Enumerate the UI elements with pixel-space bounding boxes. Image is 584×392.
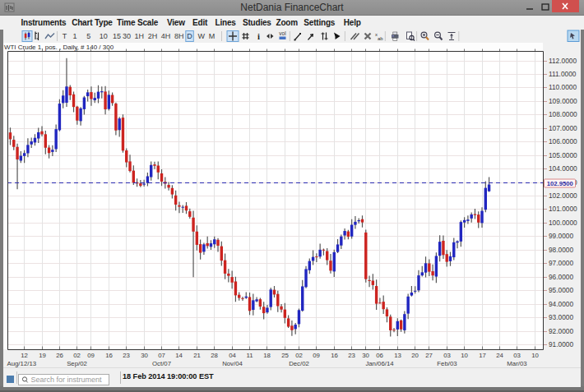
- svg-text:94.0000: 94.0000: [549, 300, 573, 308]
- svg-text:5: 5: [86, 32, 90, 40]
- svg-text:112.0000: 112.0000: [549, 57, 577, 65]
- svg-text:102.0000: 102.0000: [549, 191, 577, 200]
- svg-text:D: D: [187, 32, 192, 40]
- svg-text:30: 30: [362, 352, 369, 359]
- svg-text:03: 03: [443, 352, 451, 359]
- svg-text:09: 09: [87, 352, 95, 359]
- svg-text:97.0000: 97.0000: [549, 259, 573, 267]
- svg-text:23: 23: [123, 352, 130, 359]
- svg-text:2H: 2H: [148, 32, 158, 40]
- svg-text:91.0000: 91.0000: [549, 340, 573, 348]
- svg-text:19: 19: [39, 352, 46, 359]
- svg-text:02: 02: [73, 352, 81, 359]
- svg-text:105.0000: 105.0000: [549, 151, 577, 159]
- svg-text:100.0000: 100.0000: [549, 219, 577, 227]
- svg-text:07: 07: [158, 352, 165, 359]
- svg-text:ab: ab: [378, 36, 383, 41]
- svg-text:111.0000: 111.0000: [549, 70, 577, 78]
- svg-text:M: M: [209, 32, 216, 40]
- svg-text:102.9500: 102.9500: [547, 180, 573, 187]
- svg-text:23: 23: [348, 352, 355, 359]
- svg-text:T: T: [63, 32, 67, 40]
- svg-text:Jan/06/14: Jan/06/14: [365, 360, 394, 367]
- svg-text:Sep/02: Sep/02: [67, 360, 87, 367]
- svg-text:28: 28: [211, 352, 218, 359]
- svg-text:30: 30: [123, 32, 131, 40]
- svg-text:12: 12: [21, 352, 28, 359]
- svg-text:4H: 4H: [161, 32, 171, 40]
- svg-text:Mar/03: Mar/03: [507, 360, 526, 367]
- svg-text:106.0000: 106.0000: [549, 137, 577, 145]
- svg-text:1: 1: [72, 32, 76, 40]
- svg-text:06: 06: [376, 352, 383, 359]
- svg-text:10: 10: [531, 352, 539, 359]
- svg-text:21: 21: [193, 352, 201, 359]
- svg-text:Aug/12/13: Aug/12/13: [7, 360, 37, 367]
- svg-text:99.0000: 99.0000: [549, 232, 573, 240]
- svg-text:17: 17: [479, 352, 486, 359]
- svg-text:108.0000: 108.0000: [549, 110, 577, 118]
- svg-text:WTI Crude 1. pos. , Daily, # 1: WTI Crude 1. pos. , Daily, # 140 / 300: [4, 44, 114, 51]
- svg-text:24: 24: [496, 352, 503, 359]
- svg-text:10: 10: [461, 352, 468, 359]
- svg-text:13: 13: [394, 352, 401, 359]
- svg-text:04: 04: [229, 352, 236, 359]
- svg-text:W: W: [198, 32, 206, 40]
- svg-text:95.0000: 95.0000: [549, 286, 573, 294]
- svg-text:27: 27: [425, 352, 433, 359]
- svg-text:101.0000: 101.0000: [549, 205, 577, 213]
- svg-text:Dec/02: Dec/02: [289, 360, 309, 367]
- svg-text:30: 30: [141, 352, 148, 359]
- svg-text:Feb/03: Feb/03: [437, 360, 457, 367]
- svg-text:109.0000: 109.0000: [549, 97, 577, 105]
- svg-text:93.0000: 93.0000: [549, 313, 573, 321]
- svg-text:02: 02: [295, 352, 303, 359]
- svg-text:8H: 8H: [174, 32, 184, 40]
- svg-text:09: 09: [313, 352, 320, 359]
- svg-text:16: 16: [331, 352, 338, 359]
- svg-text:18: 18: [263, 352, 271, 359]
- svg-text:10: 10: [100, 32, 108, 40]
- svg-text:03: 03: [513, 352, 521, 359]
- svg-text:1H: 1H: [134, 32, 144, 40]
- svg-text:20: 20: [411, 352, 419, 359]
- svg-text:96.0000: 96.0000: [549, 273, 573, 281]
- svg-text:110.0000: 110.0000: [549, 83, 577, 91]
- svg-text:vol: vol: [279, 30, 286, 36]
- svg-text:25: 25: [281, 352, 289, 359]
- svg-text:Oct/07: Oct/07: [152, 360, 171, 367]
- svg-text:11: 11: [246, 352, 253, 359]
- svg-text:Nov/04: Nov/04: [222, 360, 243, 367]
- svg-text:16: 16: [105, 352, 113, 359]
- svg-text:15: 15: [113, 32, 121, 40]
- svg-text:98.0000: 98.0000: [549, 246, 573, 254]
- svg-text:26: 26: [56, 352, 63, 359]
- svg-text:92.0000: 92.0000: [549, 327, 573, 335]
- svg-text:i: i: [257, 32, 260, 41]
- svg-text:107.0000: 107.0000: [549, 124, 577, 132]
- svg-text:14: 14: [175, 352, 183, 359]
- svg-text:104.0000: 104.0000: [549, 164, 577, 173]
